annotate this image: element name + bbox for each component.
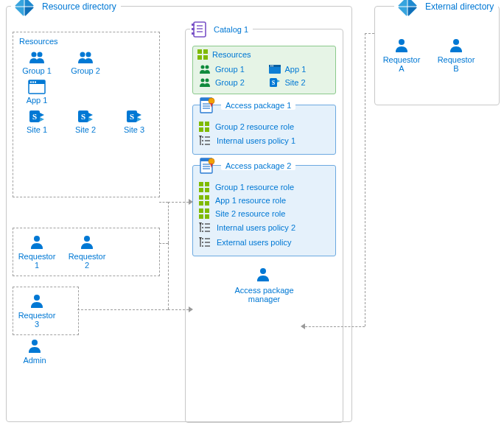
catalog-res-group1: Group 1 xyxy=(199,64,262,74)
pkg2-role-site2: Site 2 resource role xyxy=(199,207,329,220)
grid-icon xyxy=(197,49,208,60)
catalog-resources-title: Resources xyxy=(212,50,251,59)
requestors-panel: Requestor 1 Requestor 2 xyxy=(13,228,160,276)
resource-label: Site 2 xyxy=(75,125,96,134)
group-icon xyxy=(77,50,94,65)
pkg-role-label: Site 2 resource role xyxy=(215,209,285,218)
package-icon xyxy=(199,157,215,175)
external-directory-title: External directory xyxy=(425,1,494,12)
resource-directory-title: Resource directory xyxy=(42,1,116,12)
requestor-3-panel: Requestor 3 xyxy=(13,287,79,335)
list-icon xyxy=(199,222,211,234)
requestor-label: Requestor 3 xyxy=(18,311,56,329)
list-icon xyxy=(199,135,211,147)
person-icon xyxy=(449,38,463,54)
catalog-res-label: Site 2 xyxy=(285,78,306,87)
grid-icon xyxy=(199,122,209,132)
access-package-manager: Access package manager xyxy=(234,267,293,304)
connector-line xyxy=(168,309,189,310)
person-icon xyxy=(29,234,44,250)
connector-line xyxy=(365,33,374,34)
resource-app-1: App 1 xyxy=(19,80,55,105)
access-package-1-title: Access package 1 xyxy=(225,101,291,110)
azuread-icon xyxy=(396,0,419,18)
resources-panel: Resources Group 1 Group 2 App 1 Site 1 S… xyxy=(13,32,160,197)
connector-line xyxy=(77,309,168,310)
resource-directory: Resource directory Resources Group 1 Gro… xyxy=(6,6,352,422)
pkg1-role-group2: Group 2 resource role xyxy=(199,120,329,133)
app-icon xyxy=(28,80,46,94)
requestor-label: Requestor B xyxy=(438,55,475,73)
catalog-res-label: Group 2 xyxy=(215,78,245,87)
connector-line xyxy=(168,202,169,243)
access-package-2: Access package 2 Group 1 resource role A… xyxy=(192,165,336,256)
grid-icon xyxy=(199,182,209,192)
pkg-policy-label: Internal users policy 2 xyxy=(217,223,295,232)
catalog-resources: Resources Group 1 App 1 Group 2 Site 2 xyxy=(192,46,336,94)
requestor-3: Requestor 3 xyxy=(19,293,55,329)
requestor-2: Requestor 2 xyxy=(69,234,105,270)
admin-label: Admin xyxy=(23,356,46,365)
pkg-role-label: App 1 resource role xyxy=(215,196,286,205)
requestor-b: Requestor B xyxy=(438,38,474,73)
requestor-label: Requestor 1 xyxy=(18,252,56,270)
requestor-a: Requestor A xyxy=(384,38,419,73)
catalog-res-group2: Group 2 xyxy=(199,77,262,88)
sharepoint-icon xyxy=(77,109,94,124)
catalog-icon xyxy=(192,21,208,38)
resource-label: App 1 xyxy=(27,96,48,105)
person-icon xyxy=(80,234,94,250)
pkg1-policy-internal: Internal users policy 1 xyxy=(199,133,329,148)
pkg2-role-app1: App 1 resource role xyxy=(199,194,329,207)
catalog-res-label: Group 1 xyxy=(215,65,245,74)
access-package-1: Access package 1 Group 2 resource role I… xyxy=(192,105,336,155)
connector-line xyxy=(159,243,168,244)
arrowhead-icon xyxy=(189,306,193,312)
pkg-role-label: Group 1 resource role xyxy=(215,183,294,192)
connector-line xyxy=(305,326,365,327)
connector-line xyxy=(365,33,365,326)
catalog-res-label: App 1 xyxy=(285,65,307,74)
admin: Admin xyxy=(13,338,57,365)
resource-label: Site 3 xyxy=(124,125,144,134)
person-icon xyxy=(27,338,42,354)
pkg2-policy-external: External users policy xyxy=(199,235,329,250)
arrowhead-icon xyxy=(301,323,305,329)
grid-icon xyxy=(199,195,209,206)
requestor-label: Requestor A xyxy=(383,55,421,73)
resource-label: Site 1 xyxy=(27,125,47,134)
pkg-policy-label: Internal users policy 1 xyxy=(217,136,295,145)
resource-label: Group 1 xyxy=(22,66,52,75)
catalog-header: Catalog 1 xyxy=(190,21,253,38)
sharepoint-icon xyxy=(125,109,143,124)
pkg2-policy-internal: Internal users policy 2 xyxy=(199,220,329,235)
external-directory: External directory Requestor A Requestor… xyxy=(374,6,500,105)
catalog-res-site2: Site 2 xyxy=(269,77,332,88)
sharepoint-icon xyxy=(28,109,46,124)
access-package-2-title: Access package 2 xyxy=(225,161,291,170)
pkg-role-label: Group 2 resource role xyxy=(215,122,294,131)
requestor-1: Requestor 1 xyxy=(19,234,55,270)
group-icon xyxy=(29,50,45,65)
resource-site-1: Site 1 xyxy=(19,109,55,134)
connector-line xyxy=(168,202,189,203)
group-icon xyxy=(199,77,211,88)
azuread-icon xyxy=(13,0,36,18)
connector-line xyxy=(168,243,169,309)
sharepoint-icon xyxy=(269,77,281,88)
resource-site-3: Site 3 xyxy=(116,109,152,134)
access-package-manager-label: Access package manager xyxy=(234,286,293,304)
group-icon xyxy=(199,64,211,74)
package-icon xyxy=(199,97,215,114)
catalog-res-app1: App 1 xyxy=(269,64,332,74)
list-icon xyxy=(199,236,211,248)
requestor-label: Requestor 2 xyxy=(69,252,106,270)
resource-label: Group 2 xyxy=(71,66,100,75)
catalog: Catalog 1 Resources Group 1 App 1 Group … xyxy=(185,29,343,423)
arrowhead-icon xyxy=(189,199,193,205)
app-icon xyxy=(269,65,281,74)
catalog-title: Catalog 1 xyxy=(214,25,248,34)
pkg2-role-group1: Group 1 resource role xyxy=(199,180,329,194)
resource-site-2: Site 2 xyxy=(68,109,103,134)
resource-group-2: Group 2 xyxy=(68,50,103,75)
